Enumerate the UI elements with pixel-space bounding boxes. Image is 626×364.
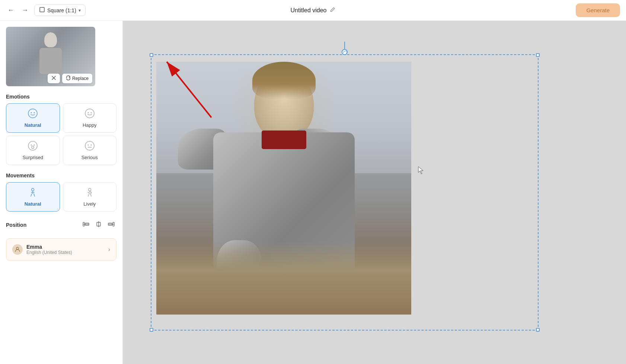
svg-point-12 bbox=[87, 145, 89, 146]
knight-thumb-head bbox=[44, 32, 57, 47]
canvas-area bbox=[123, 21, 626, 364]
emotions-label: Emotions bbox=[6, 94, 116, 100]
cursor bbox=[417, 166, 426, 175]
position-buttons bbox=[81, 219, 116, 231]
aspect-ratio-icon bbox=[39, 7, 45, 14]
thumbnail-area: Replace bbox=[6, 27, 116, 86]
replace-icon bbox=[66, 75, 71, 81]
movements-label: Movements bbox=[6, 173, 116, 178]
svg-point-2 bbox=[31, 112, 32, 113]
svg-point-5 bbox=[87, 112, 89, 113]
svg-point-3 bbox=[34, 112, 35, 113]
rotation-handle[interactable] bbox=[342, 42, 348, 55]
delete-icon bbox=[51, 75, 56, 81]
serious-emotion-icon bbox=[84, 141, 95, 153]
natural-label: Natural bbox=[25, 122, 41, 128]
serious-label: Serious bbox=[82, 155, 98, 160]
forward-button[interactable]: → bbox=[20, 5, 30, 16]
title-area: Untitled video bbox=[291, 7, 336, 14]
position-label: Position bbox=[6, 222, 26, 228]
aspect-ratio-label: Square (1:1) bbox=[47, 7, 76, 13]
edit-title-button[interactable] bbox=[329, 7, 335, 14]
thumbnail-image: Replace bbox=[6, 27, 95, 86]
back-button[interactable]: ← bbox=[6, 5, 16, 16]
emotion-surprised[interactable]: Surprised bbox=[6, 136, 60, 165]
align-center-button[interactable] bbox=[93, 219, 104, 231]
voice-info: Emma English (United States) bbox=[12, 244, 72, 255]
rotation-circle bbox=[342, 49, 348, 55]
voice-details: Emma English (United States) bbox=[26, 244, 72, 255]
svg-point-14 bbox=[32, 189, 34, 191]
aspect-chevron-icon: ▾ bbox=[79, 8, 81, 13]
happy-emotion-icon bbox=[84, 108, 95, 121]
movement-lively[interactable]: Lively bbox=[63, 182, 117, 212]
voice-section[interactable]: Emma English (United States) › bbox=[6, 238, 116, 261]
surprised-emotion-icon bbox=[28, 141, 38, 153]
canvas-inner bbox=[123, 21, 626, 364]
handle-bottom-left[interactable] bbox=[150, 328, 153, 332]
svg-rect-0 bbox=[40, 7, 44, 12]
handle-top-right[interactable] bbox=[536, 53, 540, 57]
nav-controls: ← → Square (1:1) ▾ bbox=[6, 4, 86, 16]
handle-top-left[interactable] bbox=[150, 53, 153, 57]
delete-thumbnail-button[interactable] bbox=[48, 74, 60, 83]
svg-point-24 bbox=[16, 247, 19, 249]
replace-button[interactable]: Replace bbox=[62, 74, 92, 83]
voice-language: English (United States) bbox=[26, 250, 72, 255]
topbar: ← → Square (1:1) ▾ Untitled video Genera… bbox=[0, 0, 626, 21]
rotation-line bbox=[344, 42, 345, 49]
aspect-ratio-button[interactable]: Square (1:1) ▾ bbox=[34, 4, 86, 16]
natural-movement-label: Natural bbox=[25, 201, 41, 207]
video-title: Untitled video bbox=[291, 7, 327, 14]
field-layer bbox=[156, 240, 411, 315]
sidebar: Replace Emotions Natural Happy bbox=[0, 21, 123, 364]
main-layout: Replace Emotions Natural Happy bbox=[0, 21, 626, 364]
natural-emotion-icon bbox=[28, 108, 38, 121]
knight-collar bbox=[262, 131, 306, 149]
lively-movement-icon bbox=[84, 187, 95, 200]
knight-photo-inner bbox=[156, 62, 411, 315]
emotion-serious[interactable]: Serious bbox=[63, 136, 117, 165]
surprised-label: Surprised bbox=[22, 155, 43, 160]
svg-point-6 bbox=[90, 112, 92, 113]
generate-button[interactable]: Generate bbox=[576, 3, 620, 17]
svg-point-11 bbox=[85, 141, 94, 150]
svg-point-4 bbox=[85, 109, 94, 118]
knight-photo bbox=[156, 62, 411, 315]
svg-point-15 bbox=[88, 189, 91, 191]
svg-point-9 bbox=[34, 145, 35, 146]
position-section: Position bbox=[6, 219, 116, 231]
movement-natural[interactable]: Natural bbox=[6, 182, 60, 212]
emotion-happy[interactable]: Happy bbox=[63, 103, 117, 133]
happy-label: Happy bbox=[83, 122, 97, 128]
knight-thumb-body bbox=[39, 48, 62, 74]
voice-name: Emma bbox=[26, 244, 72, 250]
voice-chevron-icon: › bbox=[108, 246, 110, 253]
emotions-grid: Natural Happy Surprised Serious bbox=[6, 103, 116, 165]
natural-movement-icon bbox=[28, 187, 38, 200]
handle-bottom-right[interactable] bbox=[536, 328, 540, 332]
svg-point-8 bbox=[31, 145, 32, 146]
svg-point-13 bbox=[90, 145, 92, 146]
emotion-natural[interactable]: Natural bbox=[6, 103, 60, 133]
voice-avatar bbox=[12, 244, 23, 255]
svg-point-1 bbox=[28, 109, 37, 118]
lively-movement-label: Lively bbox=[83, 201, 96, 207]
replace-label: Replace bbox=[72, 76, 89, 81]
knight-hair bbox=[252, 62, 316, 99]
svg-point-10 bbox=[32, 146, 34, 149]
thumbnail-actions: Replace bbox=[48, 74, 92, 83]
align-right-button[interactable] bbox=[106, 219, 116, 231]
movements-grid: Natural Lively bbox=[6, 182, 116, 212]
align-left-button[interactable] bbox=[81, 219, 91, 231]
